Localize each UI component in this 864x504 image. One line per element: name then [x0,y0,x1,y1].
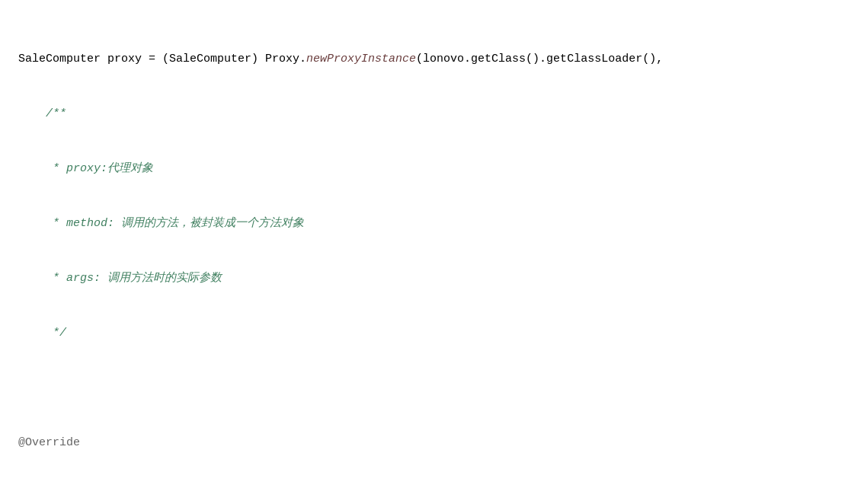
new-proxy-method: newProxyInstance [306,50,416,69]
comment-close: */ [46,324,66,343]
proxy-args-start: (lonovo.getClass().getClassLoader(), [416,50,663,69]
line-comment-proxy: * proxy:代理对象 [18,160,846,178]
comment-proxy: * proxy:代理对象 [46,160,153,178]
line-comment-open: /** [18,105,846,123]
comment-open: /** [46,105,66,123]
override-annotation: @Override [18,434,80,452]
line-comment-args: * args: 调用方法时的实际参数 [18,270,846,288]
code-container: SaleComputer proxy = (SaleComputer) Prox… [18,14,846,504]
line-comment-close: */ [18,324,846,343]
comment-method: * method: 调用的方法，被封装成一个方法对象 [46,215,304,233]
comment-args: * args: 调用方法时的实际参数 [46,270,222,288]
line-proxy-init: SaleComputer proxy = (SaleComputer) Prox… [18,50,846,69]
line-comment-method: * method: 调用的方法，被封装成一个方法对象 [18,215,846,233]
proxy-decl: SaleComputer proxy = (SaleComputer) Prox… [18,50,306,69]
line-override: @Override [18,434,846,452]
